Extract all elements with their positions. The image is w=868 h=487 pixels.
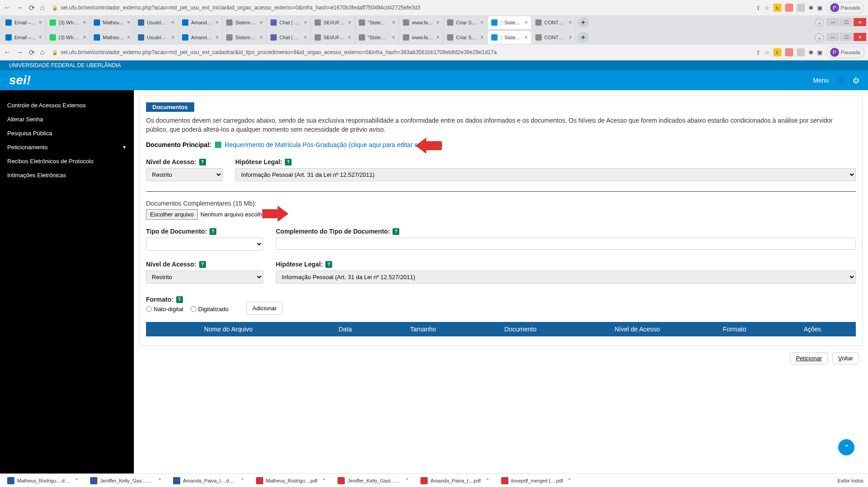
browser-tab[interactable]: "Sistemas U× xyxy=(355,16,399,29)
home-button[interactable]: ⌂ xyxy=(40,48,45,57)
voltar-button[interactable]: Voltar xyxy=(832,352,859,364)
back-button[interactable]: ← xyxy=(4,4,11,12)
sidebar-item-recibos[interactable]: Recibos Eletrônicos de Protocolo xyxy=(0,154,134,168)
tab-close-icon[interactable]: × xyxy=(304,19,307,26)
reload-button[interactable]: ⟳ xyxy=(29,48,35,57)
browser-tab[interactable]: :: Sistema El× xyxy=(488,31,532,44)
sidebar-item-peticionamento[interactable]: Peticionamento▼ xyxy=(0,140,134,154)
nivel-select[interactable]: Restrito xyxy=(146,168,223,181)
browser-tab[interactable]: CONTROLE× xyxy=(532,16,576,29)
menu-link[interactable]: Menu xyxy=(813,77,829,84)
tab-close-icon[interactable]: × xyxy=(436,34,439,41)
forward-button[interactable]: → xyxy=(16,4,23,12)
browser-tab[interactable]: "Sistemas U× xyxy=(355,31,399,44)
tab-close-icon[interactable]: × xyxy=(436,19,439,26)
help-icon[interactable]: ? xyxy=(393,228,399,235)
tab-close-icon[interactable]: × xyxy=(348,19,351,26)
ext-icon-2[interactable] xyxy=(785,4,793,12)
ext-icon-1[interactable]: b xyxy=(773,48,781,56)
ext-settings-icon[interactable]: ▣ xyxy=(817,5,822,11)
download-item[interactable]: Jeniffer_Kelly_Gast....pdf ⌃ xyxy=(335,476,411,485)
tab-close-icon[interactable]: × xyxy=(215,34,219,41)
home-button[interactable]: ⌂ xyxy=(40,4,45,12)
browser-tab[interactable]: Email – Proc× xyxy=(2,16,46,29)
download-item[interactable]: Matheus_Rodrigu....docx ⌃ xyxy=(5,476,81,485)
tab-close-icon[interactable]: × xyxy=(83,19,86,26)
help-icon[interactable]: ? xyxy=(285,159,292,165)
tab-close-icon[interactable]: × xyxy=(348,34,351,41)
exibir-todos[interactable]: Exibir todos xyxy=(838,478,863,483)
download-item[interactable]: Jeniffer_Kelly_Gas....docx ⌃ xyxy=(87,476,164,485)
tab-close-icon[interactable]: × xyxy=(127,19,130,26)
ext-icon-2[interactable] xyxy=(785,48,793,56)
tab-close-icon[interactable]: × xyxy=(569,19,572,26)
new-tab-button[interactable]: + xyxy=(578,17,589,28)
window-close[interactable]: ✕ xyxy=(854,33,866,41)
ext-icon-3[interactable] xyxy=(797,48,805,56)
file-choose-button[interactable]: Escolher arquivo xyxy=(146,209,198,220)
extensions-icon[interactable]: ✱ xyxy=(809,49,813,56)
scroll-top-fab[interactable]: ⌃ xyxy=(838,439,854,455)
help-icon[interactable]: ? xyxy=(199,261,206,268)
browser-tab[interactable]: SEI/UFU - 36× xyxy=(311,16,355,29)
window-maximize[interactable]: ☐ xyxy=(840,33,853,41)
window-close[interactable]: ✕ xyxy=(854,18,866,26)
address-bar[interactable]: 🔒 sei.ufu.br/sei/controlador_externo.php… xyxy=(48,4,752,12)
tipo-select[interactable] xyxy=(146,238,263,251)
browser-tab[interactable]: Criar Serviço× xyxy=(443,31,488,44)
browser-tab[interactable]: Matheus_Ro× xyxy=(90,16,134,29)
browser-tab[interactable]: Matheus_Ro× xyxy=(90,31,134,44)
ext-icon-3[interactable] xyxy=(797,4,805,12)
sidebar-item-senha[interactable]: Alterar Senha xyxy=(0,112,134,126)
sidebar-item-pesquisa[interactable]: Pesquisa Pública xyxy=(0,126,134,140)
browser-tab[interactable]: (3) WhatsAp× xyxy=(46,31,90,44)
tab-close-icon[interactable]: × xyxy=(39,19,42,26)
window-minimize[interactable]: — xyxy=(827,18,839,26)
window-minimize[interactable]: — xyxy=(827,33,839,41)
tab-close-icon[interactable]: × xyxy=(215,19,219,26)
browser-tab[interactable]: Chat | Luiz H× xyxy=(267,31,311,44)
back-button[interactable]: ← xyxy=(4,48,11,57)
radio-nato[interactable]: Nato-digital xyxy=(146,306,183,312)
download-item[interactable]: Amanda_Paiva_I....docx ⌃ xyxy=(170,476,247,485)
star-icon[interactable]: ☆ xyxy=(764,49,770,56)
tab-close-icon[interactable]: × xyxy=(525,34,528,41)
sidebar-item-intimacoes[interactable]: Intimações Eletrônicas xyxy=(0,168,134,182)
browser-tab[interactable]: SEI/UFU - 36× xyxy=(311,31,355,44)
ext-settings-icon[interactable]: ▣ xyxy=(817,49,822,56)
tab-close-icon[interactable]: × xyxy=(260,19,263,26)
user-icon[interactable]: 👤 xyxy=(837,77,845,84)
browser-tab[interactable]: Usuário exte× xyxy=(134,31,178,44)
help-icon[interactable]: ? xyxy=(210,228,216,235)
browser-tab[interactable]: www.fapemi× xyxy=(399,16,443,29)
tab-close-icon[interactable]: × xyxy=(171,34,174,41)
profile-pause[interactable]: P Pausada xyxy=(826,2,864,14)
sidebar-item-controle[interactable]: Controle de Acessos Externos xyxy=(0,98,134,112)
browser-tab[interactable]: CONTROLE× xyxy=(532,31,576,44)
help-icon[interactable]: ? xyxy=(199,159,206,165)
tab-close-icon[interactable]: × xyxy=(304,34,307,41)
browser-tab[interactable]: Sistema de× xyxy=(223,16,267,29)
download-item[interactable]: ilovepdf_merged (....pdf ⌃ xyxy=(498,476,575,485)
help-icon[interactable]: ? xyxy=(325,261,332,268)
doc-principal-link[interactable]: Requerimento de Matrícula Pós-Graduação … xyxy=(225,141,443,148)
power-icon[interactable]: ⏻ xyxy=(853,77,859,84)
tab-close-icon[interactable]: × xyxy=(392,34,395,41)
browser-tab[interactable]: Amanda_Pai× xyxy=(178,31,223,44)
radio-digitalizado[interactable]: Digitalizado xyxy=(191,306,228,312)
new-tab-button[interactable]: + xyxy=(578,32,589,43)
hipotese2-select[interactable]: Informação Pessoal (Art. 31 da Lei nº 12… xyxy=(276,271,856,284)
tab-dropdown[interactable]: ⌄ xyxy=(815,18,824,27)
tab-close-icon[interactable]: × xyxy=(569,34,572,41)
browser-tab[interactable]: Criar Serviço× xyxy=(443,16,488,29)
browser-tab[interactable]: (3) WhatsAp× xyxy=(46,16,90,29)
forward-button[interactable]: → xyxy=(16,48,23,57)
profile-pause[interactable]: P Pausada xyxy=(826,46,864,58)
extensions-icon[interactable]: ✱ xyxy=(809,5,813,11)
tab-close-icon[interactable]: × xyxy=(260,34,263,41)
tab-close-icon[interactable]: × xyxy=(39,34,42,41)
tab-close-icon[interactable]: × xyxy=(392,19,395,26)
tab-close-icon[interactable]: × xyxy=(480,34,484,41)
reload-button[interactable]: ⟳ xyxy=(29,4,35,12)
share-icon[interactable]: ⇪ xyxy=(756,49,761,56)
